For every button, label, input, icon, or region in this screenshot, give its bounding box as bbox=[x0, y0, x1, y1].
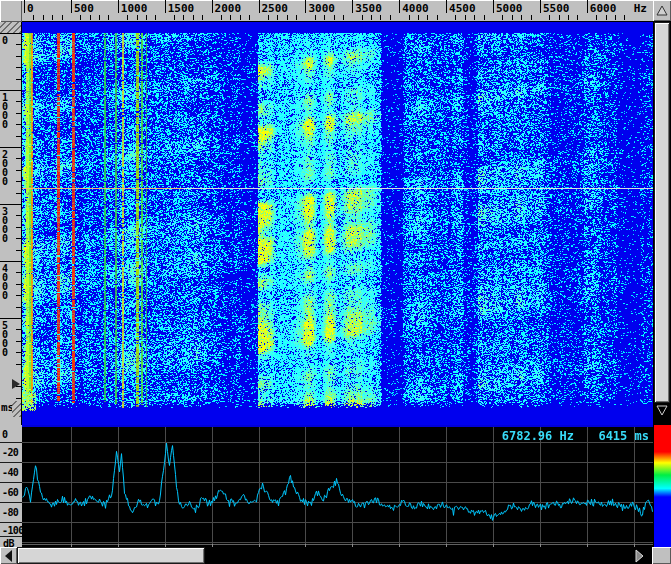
freq-minor-tick bbox=[418, 15, 419, 20]
freq-minor-tick bbox=[390, 15, 391, 20]
time-ruler: ms 010002000300040005000 bbox=[0, 22, 22, 425]
freq-major-tick bbox=[24, 0, 25, 13]
db-ruler: dB 0-20-40-60-80-100 bbox=[0, 425, 22, 547]
time-tick-label: 0 bbox=[2, 36, 16, 45]
time-minor-tick bbox=[16, 181, 21, 182]
time-minor-tick bbox=[16, 193, 21, 194]
freq-tick-label: 1000 bbox=[121, 3, 148, 14]
freq-minor-tick bbox=[202, 15, 203, 20]
freq-unit-label: Hz bbox=[634, 3, 647, 14]
time-minor-tick bbox=[16, 284, 21, 285]
time-minor-tick bbox=[16, 341, 21, 342]
time-minor-tick bbox=[16, 158, 21, 159]
freq-minor-tick bbox=[324, 15, 325, 20]
freq-minor-tick bbox=[465, 15, 466, 20]
time-minor-tick bbox=[16, 352, 21, 353]
time-minor-tick bbox=[16, 101, 21, 102]
freq-minor-tick bbox=[521, 15, 522, 20]
freq-minor-tick bbox=[33, 15, 34, 20]
freq-tick-label: 5000 bbox=[496, 3, 523, 14]
time-major-tick bbox=[0, 33, 21, 34]
freq-minor-tick bbox=[146, 15, 147, 20]
time-minor-tick bbox=[16, 124, 21, 125]
freq-minor-tick bbox=[334, 15, 335, 20]
freq-major-tick bbox=[71, 0, 72, 13]
ruler-corner bbox=[0, 0, 22, 22]
freq-tick-label: 3500 bbox=[355, 3, 382, 14]
spectrum-canvas[interactable] bbox=[22, 425, 653, 547]
freq-tick-label: 4000 bbox=[402, 3, 429, 14]
freq-tick-label: 6000 bbox=[590, 3, 617, 14]
spectrogram-canvas[interactable] bbox=[22, 22, 653, 425]
right-arrow-icon[interactable] bbox=[634, 549, 645, 563]
time-minor-tick bbox=[16, 56, 21, 57]
h-scroll-left-button[interactable] bbox=[0, 547, 17, 564]
time-minor-tick bbox=[16, 272, 21, 273]
time-major-tick bbox=[0, 261, 21, 262]
freq-minor-tick bbox=[484, 15, 485, 20]
time-tick-label: 2000 bbox=[2, 150, 16, 186]
freq-major-tick bbox=[446, 0, 447, 13]
freq-minor-tick bbox=[315, 15, 316, 20]
down-arrow-icon[interactable] bbox=[656, 405, 668, 416]
db-ruler-separator bbox=[0, 522, 22, 523]
freq-tick-label: 1500 bbox=[168, 3, 195, 14]
freq-minor-tick bbox=[502, 15, 503, 20]
freq-tick-label: 500 bbox=[74, 3, 94, 14]
freq-major-tick bbox=[493, 0, 494, 13]
freq-minor-tick bbox=[577, 15, 578, 20]
v-scroll-up-button[interactable] bbox=[653, 0, 671, 21]
freq-minor-tick bbox=[409, 15, 410, 20]
freq-minor-tick bbox=[62, 15, 63, 20]
time-position-marker-icon bbox=[12, 379, 20, 389]
h-scrollbar-track[interactable] bbox=[17, 547, 652, 564]
time-minor-tick bbox=[16, 170, 21, 171]
freq-minor-tick bbox=[43, 15, 44, 20]
freq-minor-tick bbox=[474, 15, 475, 20]
time-tick-label: 5000 bbox=[2, 321, 16, 357]
freq-minor-tick bbox=[596, 15, 597, 20]
time-minor-tick bbox=[16, 250, 21, 251]
freq-tick-label: 0 bbox=[27, 3, 34, 14]
db-tick-label: -40 bbox=[2, 467, 18, 478]
freq-minor-tick bbox=[80, 15, 81, 20]
time-minor-tick bbox=[16, 44, 21, 45]
up-arrow-icon bbox=[656, 5, 668, 16]
freq-major-tick bbox=[165, 0, 166, 13]
freq-minor-tick bbox=[362, 15, 363, 20]
db-tick-label: -100 bbox=[2, 525, 24, 536]
freq-minor-tick bbox=[371, 15, 372, 20]
freq-tick-label: 2500 bbox=[262, 3, 289, 14]
freq-minor-tick bbox=[108, 15, 109, 20]
time-minor-tick bbox=[16, 238, 21, 239]
time-minor-tick bbox=[16, 67, 21, 68]
freq-major-tick bbox=[212, 0, 213, 13]
freq-major-tick bbox=[259, 0, 260, 13]
h-scrollbar-thumb[interactable] bbox=[17, 547, 205, 564]
freq-minor-tick bbox=[512, 15, 513, 20]
time-minor-tick bbox=[16, 227, 21, 228]
freq-tick-label: 4500 bbox=[449, 3, 476, 14]
time-minor-tick bbox=[16, 329, 21, 330]
freq-minor-tick bbox=[268, 15, 269, 20]
freq-tick-label: 2000 bbox=[215, 3, 242, 14]
db-ruler-separator bbox=[0, 536, 22, 537]
freq-minor-tick bbox=[615, 15, 616, 20]
freq-major-tick bbox=[118, 0, 119, 13]
v-scrollbar-thumb[interactable] bbox=[654, 22, 670, 403]
freq-minor-tick bbox=[455, 15, 456, 20]
time-tick-label: 4000 bbox=[2, 264, 16, 300]
freq-ruler: Hz 0500100015002000250030003500400045005… bbox=[22, 0, 653, 22]
db-tick-label: -60 bbox=[2, 487, 18, 498]
time-minor-tick bbox=[16, 307, 21, 308]
time-minor-tick bbox=[16, 113, 21, 114]
freq-major-tick bbox=[587, 0, 588, 13]
v-scrollbar-track[interactable] bbox=[653, 21, 671, 425]
freq-tick-label: 5500 bbox=[543, 3, 570, 14]
time-minor-tick bbox=[16, 136, 21, 137]
time-minor-tick bbox=[16, 386, 21, 387]
freq-minor-tick bbox=[343, 15, 344, 20]
time-tick-label: 3000 bbox=[2, 207, 16, 243]
freq-major-tick bbox=[305, 0, 306, 13]
freq-minor-tick bbox=[221, 15, 222, 20]
